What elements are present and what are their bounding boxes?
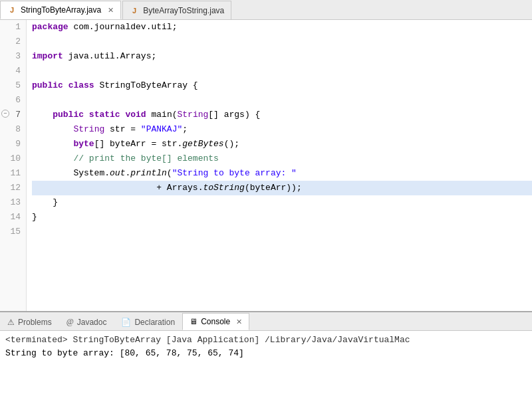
tab-console-label: Console: [201, 317, 230, 326]
tab-label-1: StringToByteArray.java: [21, 5, 101, 15]
code-area: 1 2 3 4 5 6 − 7 8 9 10 11 12 13 14 15 pa…: [0, 20, 532, 311]
javadoc-icon: @: [66, 317, 74, 327]
code-editor: 1 2 3 4 5 6 − 7 8 9 10 11 12 13 14 15 pa…: [0, 20, 532, 311]
code-line-2: [32, 35, 532, 49]
tab-byte-to-string[interactable]: J ByteArrayToString.java: [122, 1, 231, 19]
java-file-icon-2: J: [130, 6, 139, 15]
code-line-6: [32, 93, 532, 108]
code-lines[interactable]: package com.journaldev.util; import java…: [27, 20, 532, 311]
code-line-10: // print the byte[] elements: [32, 152, 532, 166]
console-close-icon[interactable]: ✕: [236, 318, 242, 326]
tab-javadoc[interactable]: @ Javadoc: [59, 313, 114, 330]
declaration-icon: 📄: [121, 318, 131, 327]
tab-declaration-label: Declaration: [134, 318, 175, 327]
line-num-7: − 7: [0, 108, 26, 122]
console-output: <terminated> StringToByteArray [Java App…: [0, 331, 532, 404]
line-num-4: 4: [0, 64, 26, 78]
tab-declaration[interactable]: 📄 Declaration: [114, 313, 182, 330]
line-num-9: 9: [0, 137, 26, 152]
code-line-9: byte[] byteArr = str.getBytes();: [32, 137, 532, 152]
line-num-1: 1: [0, 20, 26, 35]
editor-tab-bar: J StringToByteArray.java ✕ J ByteArrayTo…: [0, 0, 532, 20]
tab-problems-label: Problems: [18, 318, 52, 327]
code-line-14: }: [32, 210, 532, 225]
line-num-12: 12: [0, 181, 26, 195]
line-num-11: 11: [0, 166, 26, 181]
code-line-11: System.out.println("String to byte array…: [32, 166, 532, 181]
code-line-4: [32, 64, 532, 78]
fold-marker-7[interactable]: −: [1, 110, 9, 118]
line-num-13: 13: [0, 195, 26, 210]
tab-label-2: ByteArrayToString.java: [143, 6, 224, 15]
line-num-3: 3: [0, 49, 26, 64]
close-tab-1-icon[interactable]: ✕: [108, 6, 114, 15]
tab-javadoc-label: Javadoc: [77, 318, 107, 327]
line-num-15: 15: [0, 225, 26, 239]
code-line-1: package com.journaldev.util;: [32, 20, 532, 35]
code-line-7: public static void main(String[] args) {: [32, 108, 532, 122]
line-num-6: 6: [0, 93, 26, 108]
tab-problems[interactable]: ⚠ Problems: [0, 313, 59, 330]
code-line-8: String str = "PANKAJ";: [32, 122, 532, 137]
console-line-2: String to byte array: [80, 65, 78, 75, 6…: [5, 347, 527, 360]
line-num-10: 10: [0, 152, 26, 166]
line-num-2: 2: [0, 35, 26, 49]
tab-string-to-byte[interactable]: J StringToByteArray.java ✕: [0, 1, 121, 19]
bottom-panel: ⚠ Problems @ Javadoc 📄 Declaration 🖥 Con…: [0, 311, 532, 404]
line-num-8: 8: [0, 122, 26, 137]
console-icon: 🖥: [190, 317, 198, 326]
code-line-13: }: [32, 195, 532, 210]
tab-console[interactable]: 🖥 Console ✕: [182, 313, 249, 330]
code-line-3: import java.util.Arrays;: [32, 49, 532, 64]
line-num-5: 5: [0, 78, 26, 93]
code-line-15: [32, 225, 532, 239]
code-line-12: + Arrays.toString(byteArr));: [32, 181, 532, 195]
problems-icon: ⚠: [7, 318, 15, 327]
bottom-tab-bar: ⚠ Problems @ Javadoc 📄 Declaration 🖥 Con…: [0, 312, 532, 331]
line-num-14: 14: [0, 210, 26, 225]
code-line-5: public class StringToByteArray {: [32, 78, 532, 93]
console-line-1: <terminated> StringToByteArray [Java App…: [5, 334, 527, 347]
line-numbers: 1 2 3 4 5 6 − 7 8 9 10 11 12 13 14 15: [0, 20, 27, 311]
java-file-icon: J: [7, 5, 17, 15]
